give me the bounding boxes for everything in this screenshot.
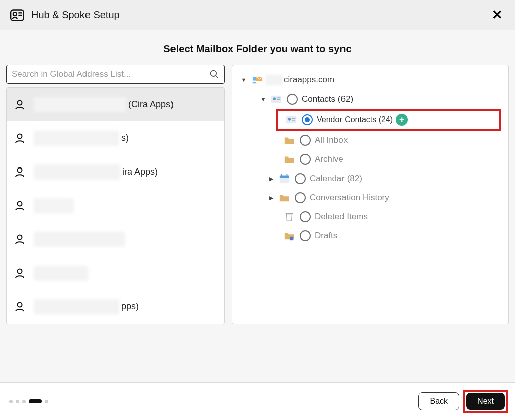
svg-rect-25 <box>280 176 289 178</box>
contacts-icon <box>284 114 300 125</box>
list-item-label: ira Apps) <box>34 164 218 180</box>
list-item-label <box>34 266 218 281</box>
calendar-label: Calendar (82) <box>310 174 362 184</box>
list-item[interactable]: ira Apps) <box>7 155 224 189</box>
mailbox-icon <box>249 74 266 86</box>
list-item-label <box>34 198 218 213</box>
folder-icon <box>282 135 298 146</box>
folder-tree: ▼ ciraapps.com ▼ Contacts (62) Vendor Co… <box>232 65 509 324</box>
list-item[interactable] <box>7 222 224 256</box>
radio-all-inbox[interactable] <box>300 135 311 146</box>
tree-vendor-contacts-highlight: Vendor Contacts (24) + <box>276 109 501 131</box>
list-item[interactable]: pps) <box>7 290 224 323</box>
address-list: (Cira Apps)s)ira Apps)pps)a Apps) <box>6 87 225 324</box>
drafts-icon <box>282 230 298 241</box>
dialog-footer: Back Next <box>0 382 515 420</box>
person-icon <box>14 200 34 212</box>
archive-label: Archive <box>315 154 344 164</box>
tree-archive-row[interactable]: Archive <box>282 150 501 169</box>
search-input[interactable] <box>12 69 209 79</box>
dialog-header: Hub & Spoke Setup ✕ <box>0 0 515 30</box>
svg-point-6 <box>18 100 22 105</box>
progress-step-1 <box>9 400 13 403</box>
list-item[interactable]: a Apps) <box>7 323 224 324</box>
person-icon <box>14 166 34 178</box>
radio-vendor-contacts[interactable] <box>302 114 313 125</box>
search-field[interactable] <box>6 65 225 84</box>
radio-deleted[interactable] <box>300 211 311 222</box>
svg-point-12 <box>18 302 22 307</box>
account-label: ciraapps.com <box>266 75 334 85</box>
svg-point-21 <box>288 118 291 121</box>
vendor-contacts-label: Vendor Contacts (24) <box>317 115 393 124</box>
page-subtitle: Select Mailbox Folder you want to sync <box>0 30 515 65</box>
back-button[interactable]: Back <box>418 392 460 410</box>
contacts-icon <box>269 94 285 105</box>
svg-point-4 <box>211 71 217 77</box>
list-item[interactable] <box>7 189 224 222</box>
svg-point-9 <box>18 201 22 206</box>
person-icon <box>14 132 34 144</box>
svg-point-8 <box>18 167 22 172</box>
svg-line-5 <box>216 76 218 78</box>
progress-step-3 <box>22 400 26 403</box>
list-item-label <box>34 232 218 247</box>
folder-icon <box>277 192 293 203</box>
list-item-label: s) <box>34 131 218 146</box>
tree-account-row[interactable]: ▼ ciraapps.com <box>238 70 501 90</box>
close-icon[interactable]: ✕ <box>488 5 507 25</box>
trash-icon <box>282 211 298 222</box>
next-button-highlight: Next <box>463 390 508 413</box>
radio-calendar[interactable] <box>295 173 306 184</box>
chevron-right-icon[interactable]: ▶ <box>266 195 277 201</box>
list-item-label: (Cira Apps) <box>34 97 218 112</box>
conversation-label: Conversation History <box>310 193 389 203</box>
list-item[interactable]: s) <box>7 121 224 155</box>
tree-calendar-row[interactable]: ▶ Calendar (82) <box>266 169 501 188</box>
content-panels: (Cira Apps)s)ira Apps)pps)a Apps) ▼ cira… <box>0 65 515 330</box>
svg-point-7 <box>18 134 22 138</box>
list-item-label: pps) <box>34 299 218 314</box>
search-icon <box>209 69 219 79</box>
progress-step-current <box>29 399 42 403</box>
svg-rect-29 <box>290 237 293 240</box>
progress-dots <box>9 399 48 403</box>
radio-archive[interactable] <box>300 154 311 165</box>
address-panel: (Cira Apps)s)ira Apps)pps)a Apps) <box>6 65 225 324</box>
radio-contacts[interactable] <box>287 94 298 105</box>
person-icon <box>14 301 34 313</box>
list-item[interactable] <box>7 256 224 290</box>
radio-drafts[interactable] <box>300 230 311 241</box>
contacts-card-icon <box>8 8 27 22</box>
svg-point-11 <box>18 269 22 273</box>
radio-conversation[interactable] <box>295 192 306 203</box>
all-inbox-label: All Inbox <box>315 135 348 145</box>
chevron-right-icon[interactable]: ▶ <box>266 176 277 182</box>
svg-point-1 <box>13 12 17 16</box>
tree-contacts-row[interactable]: ▼ Contacts (62) <box>258 90 501 109</box>
add-icon[interactable]: + <box>396 114 408 126</box>
tree-all-inbox-row[interactable]: All Inbox <box>282 131 501 150</box>
folder-icon <box>282 154 298 165</box>
svg-rect-26 <box>281 174 282 177</box>
contacts-label: Contacts (62) <box>302 94 353 104</box>
progress-step-5 <box>45 400 48 403</box>
dialog-title: Hub & Spoke Setup <box>31 9 120 21</box>
drafts-label: Drafts <box>315 231 337 241</box>
list-item[interactable]: (Cira Apps) <box>7 88 224 121</box>
tree-conversation-row[interactable]: ▶ Conversation History <box>266 188 501 207</box>
progress-step-2 <box>16 400 19 403</box>
person-icon <box>14 233 34 245</box>
chevron-down-icon[interactable]: ▼ <box>258 96 269 102</box>
svg-rect-28 <box>286 213 293 214</box>
next-button[interactable]: Next <box>466 393 505 410</box>
chevron-down-icon[interactable]: ▼ <box>238 77 249 83</box>
calendar-icon <box>277 173 293 184</box>
person-icon <box>14 267 34 279</box>
person-icon <box>14 99 34 111</box>
tree-drafts-row[interactable]: Drafts <box>282 226 501 245</box>
svg-point-14 <box>253 77 256 81</box>
svg-rect-27 <box>287 174 288 177</box>
tree-deleted-row[interactable]: Deleted Items <box>282 207 501 226</box>
deleted-label: Deleted Items <box>315 212 368 222</box>
